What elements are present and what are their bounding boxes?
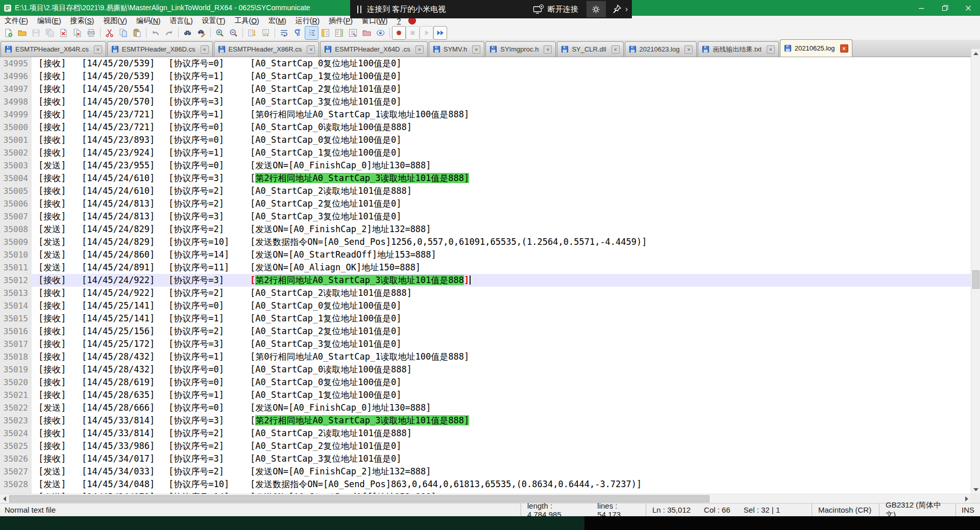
tab-syimgproc-h[interactable]: SYImgproc.h× bbox=[485, 41, 556, 57]
log-line[interactable]: 35008[发送][14/45/24/829][协议序号=2][发送ON=[A0… bbox=[0, 223, 971, 236]
copy-button[interactable] bbox=[117, 27, 130, 39]
line-number[interactable]: 35010 bbox=[0, 248, 32, 261]
restore-button[interactable] bbox=[933, 0, 957, 16]
scroll-right-arrow[interactable] bbox=[962, 494, 971, 503]
tab-close-icon[interactable]: × bbox=[840, 44, 848, 53]
log-line[interactable]: 35027[发送][14/45/34/033][协议序号=2][发送ON=[A0… bbox=[0, 465, 971, 478]
scroll-left-arrow[interactable] bbox=[0, 494, 9, 503]
line-number[interactable]: 35000 bbox=[0, 121, 32, 134]
line-number[interactable]: 35018 bbox=[0, 350, 32, 363]
line-number[interactable]: 35004 bbox=[0, 172, 32, 185]
line-number[interactable]: 35001 bbox=[0, 134, 32, 146]
line-number[interactable]: 35015 bbox=[0, 312, 32, 325]
line-number[interactable]: 34997 bbox=[0, 83, 32, 95]
tab-esmtpheader-x86d-cs[interactable]: ESMTPHeader_X86D.cs× bbox=[107, 41, 213, 57]
new-file-button[interactable] bbox=[2, 27, 15, 39]
line-number[interactable]: 35016 bbox=[0, 325, 32, 338]
log-line[interactable]: 35012[接收][14/45/24/922][协议序号=3][第2行相同地址A… bbox=[0, 274, 971, 287]
line-number[interactable]: 35005 bbox=[0, 185, 32, 197]
tab-close-icon[interactable]: × bbox=[767, 45, 775, 54]
log-line[interactable]: 35024[接收][14/45/33/814][协议序号=2][A0_Start… bbox=[0, 427, 971, 440]
tab-close-icon[interactable]: × bbox=[201, 45, 209, 54]
minimize-button[interactable] bbox=[910, 0, 933, 16]
log-line[interactable]: 35002[接收][14/45/23/924][协议序号=1][A0_Start… bbox=[0, 146, 971, 159]
log-line[interactable]: 35023[接收][14/45/33/814][协议序号=3][第2行相同地址A… bbox=[0, 414, 971, 427]
line-number[interactable]: 35013 bbox=[0, 287, 32, 299]
tab-symv-h[interactable]: SYMV.h× bbox=[429, 41, 485, 57]
log-line[interactable]: 35000[接收][14/45/23/721][协议序号=0][A0_Start… bbox=[0, 121, 971, 134]
find-button[interactable] bbox=[181, 27, 194, 39]
log-line[interactable]: 35003[发送][14/45/23/955][协议序号=0][发送ON=[A0… bbox=[0, 159, 971, 172]
log-line[interactable]: 35025[接收][14/45/33/986][协议序号=2][A0_Start… bbox=[0, 440, 971, 452]
line-number[interactable]: 34996 bbox=[0, 70, 32, 83]
function-list-button[interactable] bbox=[319, 27, 332, 39]
log-line[interactable]: 35009[发送][14/45/24/829][协议序号=10][发送数据指令O… bbox=[0, 236, 971, 248]
tab-close-icon[interactable]: × bbox=[684, 45, 693, 54]
log-line[interactable]: 34998[接收][14/45/20/570][协议序号=3][A0_Start… bbox=[0, 95, 971, 108]
log-line[interactable]: 35010[发送][14/45/24/860][协议序号=14][发送ON=[A… bbox=[0, 248, 971, 261]
paste-button[interactable] bbox=[131, 27, 143, 39]
zoom-in-button[interactable] bbox=[213, 27, 226, 39]
log-line[interactable]: 35015[接收][14/45/25/141][协议序号=1][A0_Start… bbox=[0, 312, 971, 325]
word-wrap-button[interactable] bbox=[278, 27, 290, 39]
line-number[interactable]: 34995 bbox=[0, 57, 32, 70]
line-number[interactable]: 34999 bbox=[0, 108, 32, 121]
log-line[interactable]: 35022[发送][14/45/28/666][协议序号=0][发送ON=[A0… bbox=[0, 401, 971, 414]
log-line[interactable]: 35011[发送][14/45/24/891][协议序号=11][发送ON=[A… bbox=[0, 261, 971, 274]
scroll-up-arrow[interactable] bbox=[971, 49, 980, 58]
log-line[interactable]: 34997[接收][14/45/20/554][协议序号=2][A0_Start… bbox=[0, 83, 971, 95]
show-all-characters-button[interactable] bbox=[291, 27, 304, 39]
vertical-scrollbar[interactable] bbox=[971, 49, 980, 494]
zoom-out-button[interactable] bbox=[227, 27, 240, 39]
line-number[interactable]: 35014 bbox=[0, 299, 32, 312]
log-line[interactable]: 34996[接收][14/45/20/539][协议序号=1][A0_Start… bbox=[0, 70, 971, 83]
cast-settings-button[interactable] bbox=[586, 1, 606, 17]
folder-as-workspace-button[interactable] bbox=[360, 27, 373, 39]
tab-20210623-log[interactable]: 20210623.log× bbox=[625, 41, 697, 57]
menu-item-settings[interactable]: 设置(T) bbox=[198, 16, 230, 26]
tab-close-icon[interactable]: × bbox=[94, 45, 102, 54]
line-number[interactable]: 35006 bbox=[0, 197, 32, 210]
tab-close-icon[interactable]: × bbox=[472, 45, 480, 54]
sync-vertical-button[interactable] bbox=[246, 27, 258, 39]
tab-sy-clr-dll[interactable]: SY_CLR.dll× bbox=[557, 41, 623, 57]
cast-expand-chevron[interactable]: › bbox=[625, 5, 628, 14]
macro-run-multiple-button[interactable] bbox=[434, 27, 447, 39]
menu-item-macro[interactable]: 宏(M) bbox=[264, 16, 291, 26]
line-number[interactable]: 35025 bbox=[0, 440, 32, 452]
line-number[interactable]: 34998 bbox=[0, 95, 32, 108]
menu-item-encoding[interactable]: 编码(N) bbox=[132, 16, 165, 26]
line-number[interactable]: 35026 bbox=[0, 452, 32, 465]
menu-item-tools[interactable]: 工具(O) bbox=[230, 16, 263, 26]
line-number[interactable]: 35019 bbox=[0, 363, 32, 376]
log-line[interactable]: 35001[接收][14/45/23/893][协议序号=0][A0_Start… bbox=[0, 134, 971, 146]
indent-guide-button[interactable] bbox=[305, 27, 318, 39]
tab-close-icon[interactable]: × bbox=[544, 45, 552, 54]
log-line[interactable]: 35006[接收][14/45/24/813][协议序号=2][A0_Start… bbox=[0, 197, 971, 210]
tab-esmtpheader-x64d-cs[interactable]: ESMTPHeader_X64D .cs× bbox=[320, 41, 427, 57]
log-line[interactable]: 35018[接收][14/45/28/432][协议序号=1][第0行相同地址A… bbox=[0, 350, 971, 363]
log-line[interactable]: 35026[接收][14/45/34/017][协议序号=3][A0_Start… bbox=[0, 452, 971, 465]
log-line[interactable]: 35021[接收][14/45/28/635][协议序号=1][A0_Start… bbox=[0, 389, 971, 401]
line-number[interactable]: 35007 bbox=[0, 210, 32, 223]
log-line[interactable]: 35019[接收][14/45/28/432][协议序号=0][A0_Start… bbox=[0, 363, 971, 376]
editor-area[interactable]: 34995[接收][14/45/20/539][协议序号=0][A0_Start… bbox=[0, 57, 971, 494]
menu-item-run[interactable]: 运行(R) bbox=[291, 16, 324, 26]
macro-record-button[interactable] bbox=[393, 27, 405, 39]
close-all-button[interactable] bbox=[71, 27, 84, 39]
vertical-scroll-thumb[interactable] bbox=[972, 270, 979, 289]
line-number[interactable]: 35023 bbox=[0, 414, 32, 427]
document-list-button[interactable] bbox=[347, 27, 359, 39]
log-line[interactable]: 35005[接收][14/45/24/610][协议序号=2][A0_Start… bbox=[0, 185, 971, 197]
undo-button[interactable] bbox=[149, 27, 162, 39]
disconnect-button[interactable]: 断开连接 bbox=[533, 4, 578, 14]
tab-esmtpheader-x64r-cs[interactable]: ESMTPHeader_X64R.cs× bbox=[1, 41, 106, 57]
line-number[interactable]: 35002 bbox=[0, 146, 32, 159]
sync-horizontal-button[interactable] bbox=[259, 27, 272, 39]
cut-button[interactable] bbox=[103, 27, 116, 39]
log-line[interactable]: 35016[接收][14/45/25/156][协议序号=2][A0_Start… bbox=[0, 325, 971, 338]
line-number[interactable]: 35024 bbox=[0, 427, 32, 440]
log-line[interactable]: 35020[接收][14/45/28/619][协议序号=0][A0_Start… bbox=[0, 376, 971, 389]
close-button[interactable] bbox=[57, 27, 70, 39]
line-number[interactable]: 35028 bbox=[0, 478, 32, 491]
